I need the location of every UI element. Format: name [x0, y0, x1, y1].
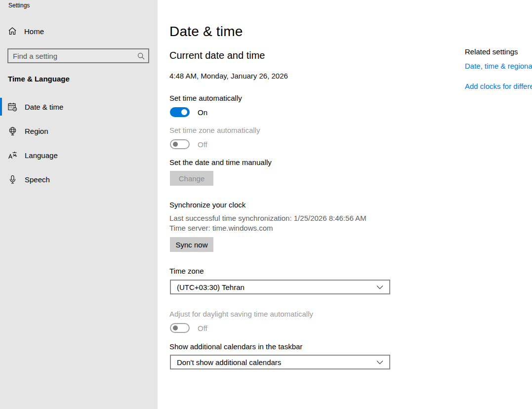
set-timezone-auto-state: Off: [198, 140, 207, 149]
search-box: [7, 48, 149, 63]
main-content: Date & time Current date and time 4:48 A…: [169, 0, 397, 409]
sidebar-item-label: Language: [25, 151, 58, 160]
current-datetime-value: 4:48 AM, Monday, January 26, 2026: [169, 72, 288, 80]
search-input[interactable]: [8, 52, 133, 60]
set-time-auto-state: On: [198, 108, 207, 117]
manual-datetime-label: Set the date and time manually: [169, 158, 272, 166]
sidebar-item-date-time[interactable]: Date & time: [0, 98, 158, 116]
last-sync-text: Last successful time synchronization: 1/…: [169, 214, 367, 222]
chevron-down-icon: [376, 285, 383, 289]
dst-state: Off: [198, 324, 207, 332]
timezone-label: Time zone: [169, 267, 204, 275]
set-timezone-auto-toggle: [170, 139, 190, 149]
sync-now-button[interactable]: Sync now: [170, 237, 213, 252]
additional-calendars-label: Show additional calendars in the taskbar: [169, 342, 302, 351]
dst-toggle: [170, 323, 190, 333]
toggle-knob: [181, 109, 187, 115]
sidebar-item-label: Speech: [25, 175, 50, 184]
related-link-add-clocks[interactable]: Add clocks for different time zones: [465, 82, 532, 90]
timezone-value: (UTC+03:30) Tehran: [177, 283, 245, 291]
set-time-auto-label: Set time automatically: [169, 94, 242, 102]
current-datetime-heading: Current date and time: [169, 50, 265, 61]
microphone-icon: [8, 175, 17, 184]
sidebar-home-label: Home: [24, 27, 44, 36]
category-title: Time & Language: [8, 75, 70, 83]
toggle-knob: [173, 326, 178, 330]
page-title: Date & time: [169, 24, 243, 40]
related-link-regional-formatting[interactable]: Date, time & regional formatting: [465, 62, 532, 70]
related-settings: Related settings Date, time & regional f…: [465, 47, 532, 90]
sidebar-nav: Date & time Region: [0, 98, 158, 195]
related-settings-heading: Related settings: [465, 47, 532, 56]
settings-window: { "window": { "title": "Settings" }, "si…: [0, 0, 532, 409]
set-time-auto-row: On: [170, 107, 207, 117]
calendar-clock-icon: [8, 102, 17, 112]
sync-heading: Synchronize your clock: [169, 201, 246, 209]
dst-row: Off: [170, 323, 207, 333]
sidebar-item-region[interactable]: Region: [0, 122, 158, 140]
additional-calendars-dropdown[interactable]: Don't show additional calendars: [170, 355, 390, 369]
search-icon[interactable]: [133, 52, 148, 60]
timezone-dropdown[interactable]: (UTC+03:30) Tehran: [170, 280, 390, 294]
set-time-auto-toggle[interactable]: [170, 107, 190, 117]
toggle-knob: [173, 142, 178, 147]
selected-indicator: [0, 98, 2, 116]
home-icon: [8, 27, 17, 36]
additional-calendars-value: Don't show additional calendars: [177, 358, 281, 367]
app-title: Settings: [8, 2, 30, 9]
language-icon: [8, 151, 17, 160]
time-server-text: Time server: time.windows.com: [169, 224, 273, 232]
dst-label: Adjust for daylight saving time automati…: [169, 310, 313, 318]
set-timezone-auto-label: Set time zone automatically: [169, 126, 260, 134]
sidebar-item-label: Date & time: [25, 103, 63, 111]
set-timezone-auto-row: Off: [170, 139, 207, 149]
sidebar-item-language[interactable]: Language: [0, 146, 158, 164]
sidebar: Settings Home Time & Language: [0, 0, 158, 409]
sidebar-item-home[interactable]: Home: [8, 27, 44, 36]
sidebar-item-label: Region: [25, 127, 48, 135]
change-button: Change: [170, 171, 213, 186]
sidebar-item-speech[interactable]: Speech: [0, 170, 158, 188]
chevron-down-icon: [376, 360, 383, 365]
globe-icon: [8, 126, 17, 136]
